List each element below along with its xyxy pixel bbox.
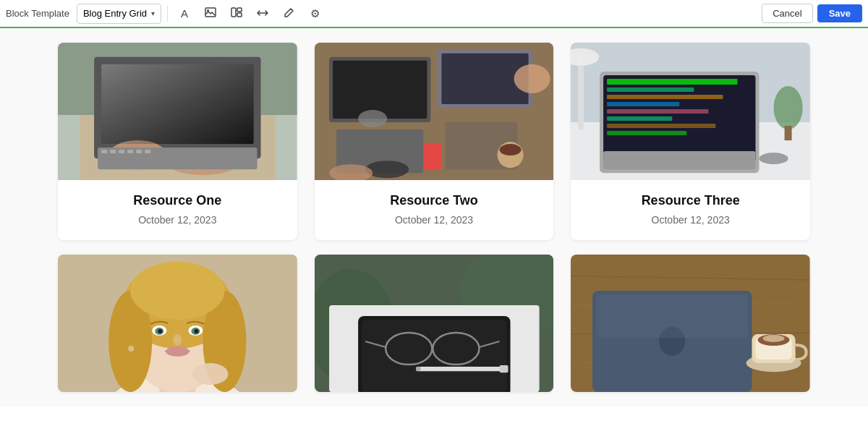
card-1: Resource One October 12, 2023: [58, 43, 297, 240]
card-6-image: [571, 255, 810, 392]
image-icon-button[interactable]: [200, 4, 221, 24]
svg-rect-95: [596, 294, 748, 338]
svg-point-71: [192, 363, 228, 385]
svg-rect-46: [607, 124, 715, 128]
card-3: Resource Three October 12, 2023: [571, 43, 810, 240]
layout-icon: [231, 7, 242, 20]
card-2-date: October 12, 2023: [326, 214, 542, 226]
svg-rect-3: [237, 8, 242, 12]
svg-rect-31: [423, 144, 441, 169]
card-grid-bottom: [58, 255, 810, 406]
font-icon: A: [181, 7, 188, 20]
svg-rect-50: [785, 126, 792, 140]
card-5: [315, 255, 554, 392]
svg-rect-2: [231, 8, 236, 17]
svg-rect-41: [607, 88, 694, 92]
svg-rect-17: [136, 150, 142, 153]
svg-rect-85: [416, 367, 503, 371]
font-icon-button[interactable]: A: [174, 4, 195, 24]
gear-icon: ⚙: [310, 7, 320, 20]
svg-rect-51: [578, 57, 584, 129]
svg-rect-40: [607, 79, 737, 85]
svg-rect-15: [119, 150, 124, 153]
card-4-image: [58, 255, 297, 392]
svg-point-62: [130, 262, 224, 320]
card-1-body: Resource One October 12, 2023: [58, 180, 297, 240]
template-selector-dropdown[interactable]: Blog Entry Grid ▾: [77, 4, 161, 24]
svg-point-53: [760, 153, 788, 164]
card-2-title: Resource Two: [326, 193, 542, 208]
svg-rect-14: [110, 150, 116, 153]
svg-point-101: [763, 335, 785, 342]
card-1-date: October 12, 2023: [69, 214, 286, 226]
card-1-image: [58, 43, 297, 180]
card-grid-top: Resource One October 12, 2023: [58, 28, 810, 255]
gear-icon-button[interactable]: ⚙: [304, 4, 326, 24]
save-button[interactable]: Save: [817, 4, 862, 22]
card-3-body: Resource Three October 12, 2023: [571, 180, 810, 240]
svg-rect-47: [607, 131, 686, 135]
svg-rect-45: [607, 116, 672, 121]
toolbar: Block Template Blog Entry Grid ▾ A: [0, 0, 868, 28]
svg-rect-23: [333, 61, 427, 119]
svg-rect-16: [127, 150, 133, 153]
card-3-title: Resource Three: [582, 193, 799, 208]
svg-rect-43: [607, 102, 679, 106]
svg-point-33: [514, 64, 550, 93]
svg-rect-19: [101, 64, 253, 144]
layout-icon-button[interactable]: [226, 4, 247, 24]
svg-point-67: [158, 329, 162, 333]
svg-rect-42: [607, 95, 723, 99]
chevron-down-icon: ▾: [151, 9, 155, 17]
card-2-image: [315, 43, 554, 180]
arrows-icon-button[interactable]: [252, 4, 273, 24]
svg-rect-13: [101, 150, 107, 153]
grid-container: Resource One October 12, 2023: [0, 28, 868, 406]
pen-icon: [284, 7, 294, 20]
svg-point-32: [358, 110, 387, 127]
cancel-button[interactable]: Cancel: [762, 4, 812, 23]
image-icon: [205, 7, 216, 20]
svg-point-30: [499, 144, 521, 155]
svg-point-49: [774, 86, 803, 129]
card-1-title: Resource One: [69, 193, 286, 208]
card-2: Resource Two October 12, 2023: [315, 43, 554, 240]
svg-point-70: [166, 346, 189, 357]
svg-point-72: [128, 346, 134, 351]
svg-point-28: [365, 161, 409, 178]
toolbar-divider-1: [167, 6, 168, 22]
block-template-label: Block Template: [6, 8, 72, 19]
svg-rect-86: [499, 365, 508, 372]
card-6: [571, 255, 810, 392]
card-5-image: [315, 255, 554, 392]
template-name: Blog Entry Grid: [83, 8, 147, 19]
svg-rect-87: [416, 367, 420, 371]
pen-icon-button[interactable]: [278, 4, 299, 24]
card-3-date: October 12, 2023: [582, 214, 799, 226]
card-4: [58, 255, 297, 392]
svg-point-68: [194, 329, 198, 333]
svg-rect-48: [603, 151, 755, 169]
svg-rect-18: [145, 150, 150, 153]
svg-point-69: [173, 334, 182, 346]
svg-rect-44: [607, 109, 708, 114]
card-3-image: [571, 43, 810, 180]
arrows-icon: [257, 7, 268, 20]
svg-rect-4: [237, 13, 242, 17]
card-2-body: Resource Two October 12, 2023: [315, 180, 554, 240]
